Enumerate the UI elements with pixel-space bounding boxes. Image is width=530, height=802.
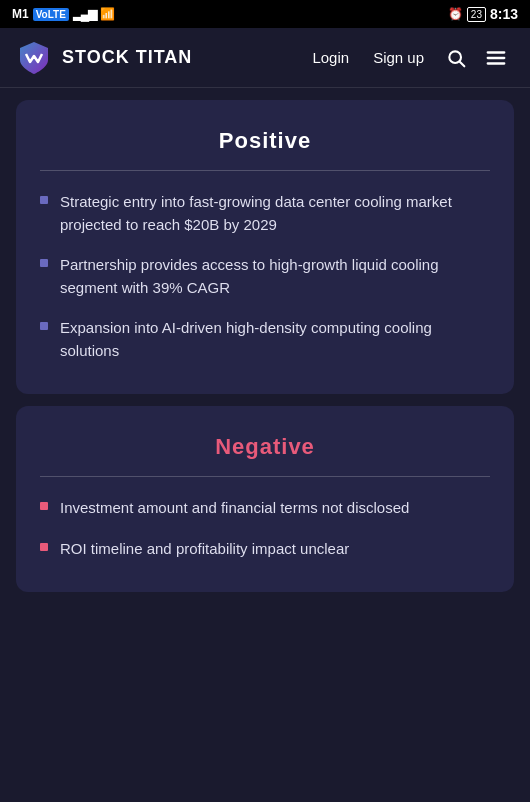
- main-content: Positive Strategic entry into fast-growi…: [0, 88, 530, 612]
- list-item: Expansion into AI-driven high-density co…: [40, 317, 490, 362]
- nav-links: Login Sign up: [302, 40, 514, 76]
- battery-icon: 23: [467, 7, 486, 22]
- positive-item-3: Expansion into AI-driven high-density co…: [60, 317, 490, 362]
- negative-list: Investment amount and financial terms no…: [40, 497, 490, 560]
- negative-card: Negative Investment amount and financial…: [16, 406, 514, 592]
- negative-divider: [40, 476, 490, 477]
- list-item: Strategic entry into fast-growing data c…: [40, 191, 490, 236]
- bullet-marker-icon: [40, 259, 48, 267]
- signal-icon: ▂▄▆: [73, 7, 97, 21]
- negative-title: Negative: [40, 434, 490, 460]
- list-item: ROI timeline and profitability impact un…: [40, 538, 490, 561]
- status-right: ⏰ 23 8:13: [448, 6, 518, 22]
- negative-item-1: Investment amount and financial terms no…: [60, 497, 409, 520]
- bullet-marker-icon: [40, 502, 48, 510]
- status-bar: M1 VoLTE ▂▄▆ 📶 ⏰ 23 8:13: [0, 0, 530, 28]
- positive-list: Strategic entry into fast-growing data c…: [40, 191, 490, 362]
- menu-button[interactable]: [478, 40, 514, 76]
- positive-item-2: Partnership provides access to high-grow…: [60, 254, 490, 299]
- status-left: M1 VoLTE ▂▄▆ 📶: [12, 7, 115, 21]
- positive-divider: [40, 170, 490, 171]
- login-link[interactable]: Login: [302, 43, 359, 72]
- search-button[interactable]: [438, 40, 474, 76]
- list-item: Investment amount and financial terms no…: [40, 497, 490, 520]
- wifi-icon: 📶: [100, 7, 115, 21]
- alarm-icon: ⏰: [448, 7, 463, 21]
- positive-item-1: Strategic entry into fast-growing data c…: [60, 191, 490, 236]
- bullet-marker-icon: [40, 322, 48, 330]
- network-type-label: VoLTE: [33, 8, 69, 21]
- bullet-marker-icon: [40, 196, 48, 204]
- positive-card: Positive Strategic entry into fast-growi…: [16, 100, 514, 394]
- negative-item-2: ROI timeline and profitability impact un…: [60, 538, 349, 561]
- carrier-label: M1: [12, 7, 29, 21]
- signup-link[interactable]: Sign up: [363, 43, 434, 72]
- svg-line-1: [460, 61, 465, 66]
- logo-icon: [16, 40, 52, 76]
- time-label: 8:13: [490, 6, 518, 22]
- logo-text: STOCK TITAN: [62, 47, 192, 68]
- bullet-marker-icon: [40, 543, 48, 551]
- list-item: Partnership provides access to high-grow…: [40, 254, 490, 299]
- logo-container: STOCK TITAN: [16, 40, 192, 76]
- header: STOCK TITAN Login Sign up: [0, 28, 530, 88]
- positive-title: Positive: [40, 128, 490, 154]
